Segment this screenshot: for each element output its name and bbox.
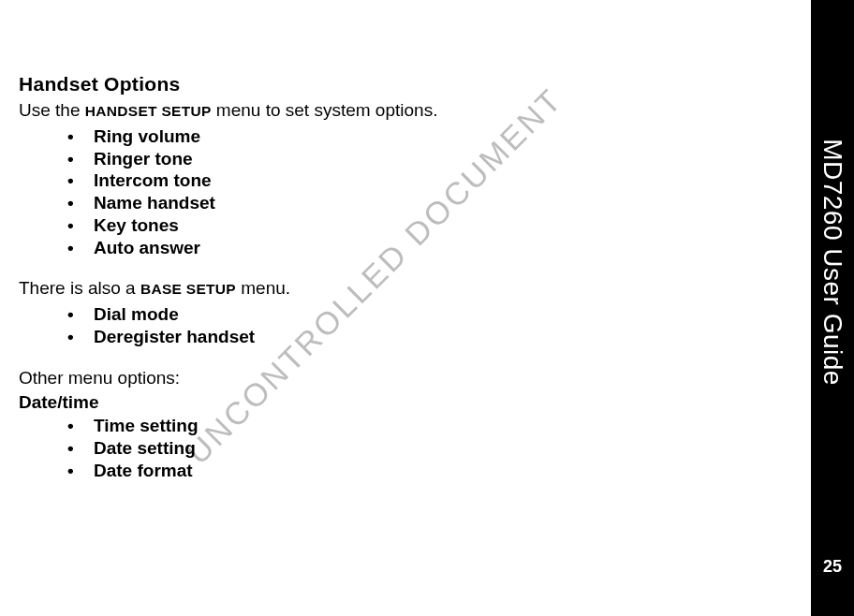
base-menu: BASE SETUP	[140, 281, 236, 297]
list-item: Dial mode	[67, 303, 787, 326]
intro-line: Use the HANDSET SETUP menu to set system…	[19, 99, 787, 122]
intro-suffix: menu to set system options.	[212, 100, 438, 120]
list-item: Key tones	[67, 214, 787, 237]
sidebar: MD7260 User Guide 25	[811, 0, 854, 616]
handset-setup-list: Ring volume Ringer tone Intercom tone Na…	[19, 125, 787, 259]
base-line: There is also a BASE SETUP menu.	[19, 277, 787, 300]
list-item: Ring volume	[67, 125, 787, 148]
intro-prefix: Use the	[19, 100, 85, 120]
doc-title: MD7260 User Guide	[817, 139, 847, 386]
list-item: Date format	[67, 460, 787, 482]
page-number: 25	[811, 557, 854, 577]
list-item: Deregister handset	[67, 326, 787, 348]
base-suffix: menu.	[236, 278, 290, 298]
list-item: Name handset	[67, 192, 787, 214]
base-setup-list: Dial mode Deregister handset	[19, 303, 787, 348]
datetime-heading: Date/time	[19, 392, 787, 413]
other-options-label: Other menu options:	[19, 367, 787, 389]
base-prefix: There is also a	[19, 278, 140, 298]
section-heading: Handset Options	[19, 73, 787, 95]
datetime-list: Time setting Date setting Date format	[19, 415, 787, 481]
list-item: Date setting	[67, 437, 787, 460]
page-content: Handset Options Use the HANDSET SETUP me…	[19, 73, 787, 482]
list-item: Time setting	[67, 415, 787, 437]
list-item: Ringer tone	[67, 148, 787, 170]
list-item: Auto answer	[67, 237, 787, 259]
list-item: Intercom tone	[67, 169, 787, 192]
intro-menu: HANDSET SETUP	[85, 103, 212, 119]
